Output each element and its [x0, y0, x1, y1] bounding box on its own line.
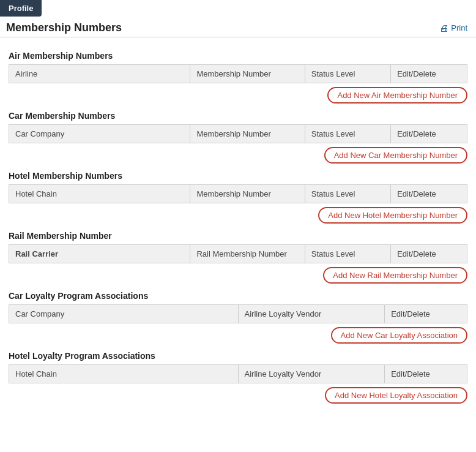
col-airline-loyalty-vendor-car: Airline Loyalty Vendor: [238, 305, 385, 323]
section-title-car: Car Membership Numbers: [9, 111, 467, 121]
section-air: Air Membership Numbers Airline Membershi…: [9, 51, 467, 104]
add-new-hotel-loyalty-button[interactable]: Add New Hotel Loyalty Association: [325, 387, 467, 404]
add-new-hotel-loyalty-row: Add New Hotel Loyalty Association: [9, 387, 467, 404]
table-rail: Rail Carrier Rail Membership Number Stat…: [9, 244, 467, 263]
add-new-air-button[interactable]: Add New Air Membership Number: [327, 87, 467, 104]
col-edit-delete-rail: Edit/Delete: [391, 245, 467, 263]
col-rail-membership-number: Rail Membership Number: [190, 245, 305, 263]
add-new-car-button[interactable]: Add New Car Membership Number: [324, 147, 467, 164]
col-car-company-loyalty: Car Company: [9, 305, 239, 323]
col-rail-carrier: Rail Carrier: [9, 245, 190, 263]
section-title-air: Air Membership Numbers: [9, 51, 467, 61]
add-new-air-row: Add New Air Membership Number: [9, 87, 467, 104]
page-title: Membership Numbers: [6, 21, 122, 34]
col-edit-delete-car-loyalty: Edit/Delete: [385, 305, 467, 323]
section-car: Car Membership Numbers Car Company Membe…: [9, 111, 467, 164]
col-hotel-chain-loyalty: Hotel Chain: [9, 365, 239, 383]
add-new-car-row: Add New Car Membership Number: [9, 147, 467, 164]
col-status-level: Status Level: [305, 65, 390, 83]
table-hotel: Hotel Chain Membership Number Status Lev…: [9, 184, 467, 203]
col-membership-number-car: Membership Number: [190, 125, 305, 143]
add-new-car-loyalty-button[interactable]: Add New Car Loyalty Association: [331, 327, 467, 344]
section-title-hotel-loyalty: Hotel Loyalty Program Associations: [9, 351, 467, 361]
section-hotel: Hotel Membership Numbers Hotel Chain Mem…: [9, 171, 467, 224]
table-car: Car Company Membership Number Status Lev…: [9, 124, 467, 143]
profile-tab[interactable]: Profile: [0, 0, 42, 17]
col-edit-delete: Edit/Delete: [391, 65, 467, 83]
table-car-loyalty: Car Company Airline Loyalty Vendor Edit/…: [9, 304, 467, 323]
profile-tab-label: Profile: [9, 4, 33, 13]
section-car-loyalty: Car Loyalty Program Associations Car Com…: [9, 291, 467, 344]
col-status-level-car: Status Level: [305, 125, 390, 143]
section-title-car-loyalty: Car Loyalty Program Associations: [9, 291, 467, 301]
add-new-hotel-button[interactable]: Add New Hotel Membership Number: [318, 207, 467, 224]
col-hotel-chain: Hotel Chain: [9, 185, 190, 203]
section-hotel-loyalty: Hotel Loyalty Program Associations Hotel…: [9, 351, 467, 404]
col-edit-delete-hotel: Edit/Delete: [391, 185, 467, 203]
section-title-rail: Rail Membership Number: [9, 231, 467, 241]
table-hotel-loyalty: Hotel Chain Airline Loyalty Vendor Edit/…: [9, 364, 467, 383]
add-new-rail-button[interactable]: Add New Rail Membership Number: [323, 267, 467, 284]
printer-icon: 🖨: [439, 23, 448, 33]
col-edit-delete-hotel-loyalty: Edit/Delete: [385, 365, 467, 383]
add-new-rail-row: Add New Rail Membership Number: [9, 267, 467, 284]
col-airline-loyalty-vendor-hotel: Airline Loyalty Vendor: [238, 365, 385, 383]
col-membership-number-hotel: Membership Number: [190, 185, 305, 203]
col-status-level-rail: Status Level: [305, 245, 390, 263]
print-link[interactable]: 🖨 Print: [439, 23, 467, 33]
table-air: Airline Membership Number Status Level E…: [9, 64, 467, 83]
section-rail: Rail Membership Number Rail Carrier Rail…: [9, 231, 467, 284]
header-bar: Membership Numbers 🖨 Print: [0, 17, 476, 37]
col-membership-number: Membership Number: [190, 65, 305, 83]
main-content: Air Membership Numbers Airline Membershi…: [0, 37, 476, 416]
add-new-hotel-row: Add New Hotel Membership Number: [9, 207, 467, 224]
col-airline: Airline: [9, 65, 190, 83]
section-title-hotel: Hotel Membership Numbers: [9, 171, 467, 181]
print-label: Print: [451, 23, 467, 32]
col-car-company: Car Company: [9, 125, 190, 143]
col-status-level-hotel: Status Level: [305, 185, 390, 203]
add-new-car-loyalty-row: Add New Car Loyalty Association: [9, 327, 467, 344]
col-edit-delete-car: Edit/Delete: [391, 125, 467, 143]
